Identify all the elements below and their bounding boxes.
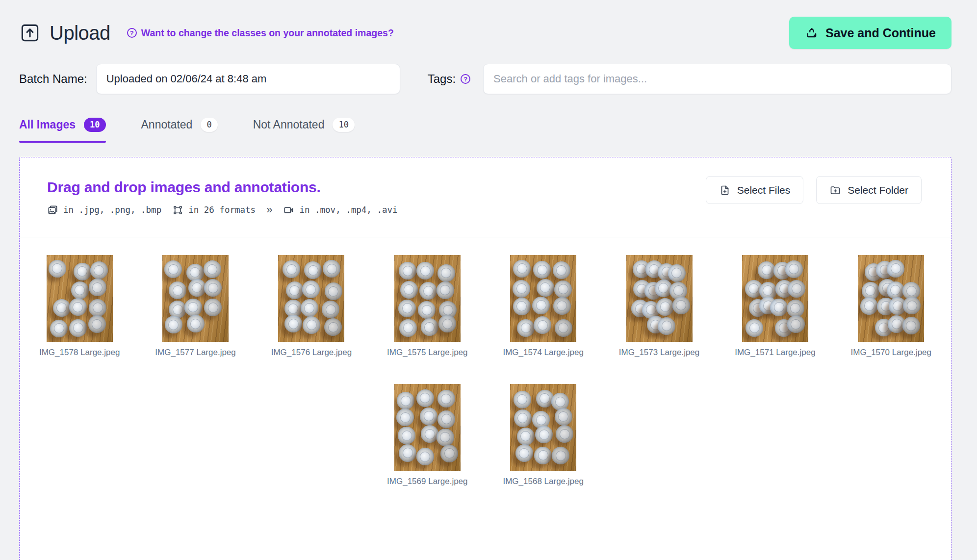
tab-annotated[interactable]: Annotated 0 (141, 118, 218, 142)
water-bottle (204, 299, 222, 316)
bottle-cap (192, 282, 202, 293)
image-thumbnail[interactable] (278, 255, 344, 342)
bottle-cap (864, 301, 874, 311)
water-bottle (71, 281, 89, 299)
bottle-cap (168, 320, 179, 330)
bottle-cap (404, 284, 414, 295)
bottle-cap (207, 264, 217, 275)
water-bottle (860, 297, 878, 315)
water-bottle (302, 280, 320, 298)
water-bottle (553, 261, 570, 279)
image-thumbnail[interactable] (742, 255, 808, 342)
bottle-cap (865, 285, 875, 296)
water-bottle (514, 409, 532, 427)
image-formats: in .jpg, .png, .bmp (47, 204, 161, 216)
batch-name-input[interactable] (96, 64, 400, 94)
image-thumbnail[interactable] (162, 255, 229, 342)
water-bottle (556, 425, 573, 443)
bottle-cap (304, 303, 314, 313)
water-bottle (188, 279, 206, 297)
bottle-cap (762, 265, 772, 275)
water-bottle (204, 260, 221, 278)
image-thumbnail[interactable] (510, 255, 576, 342)
image-thumbnail[interactable] (394, 384, 461, 471)
tags-input[interactable] (483, 64, 951, 94)
bottle-cap (208, 283, 218, 293)
water-bottle (513, 298, 531, 315)
bottle-cap (891, 263, 901, 274)
water-bottle (887, 260, 904, 278)
bottle-cap (790, 303, 800, 313)
chevrons-icon: » (266, 204, 272, 216)
bottle-cap (420, 393, 430, 403)
bottle-cap (328, 322, 338, 332)
water-bottle (164, 260, 182, 278)
water-bottle (534, 447, 552, 464)
bottle-cap (92, 319, 102, 330)
water-bottle (536, 390, 554, 407)
water-bottle (438, 315, 456, 332)
image-filename: IMG_1570 Large.jpeg (851, 348, 931, 357)
water-bottle (301, 299, 318, 317)
bottle-cap (208, 303, 218, 313)
bottle-cap (558, 284, 568, 294)
bottle-cap (517, 263, 527, 274)
bottle-cap (792, 283, 802, 294)
video-icon (283, 204, 294, 216)
bottle-cap (636, 264, 646, 274)
water-bottle (165, 316, 182, 333)
select-files-button[interactable]: Select Files (706, 176, 804, 204)
bottle-cap (402, 431, 412, 441)
bottle-cap (555, 397, 566, 407)
water-bottle (74, 263, 91, 280)
bottle-cap (73, 323, 83, 333)
water-bottle (437, 390, 455, 407)
water-bottle (517, 319, 535, 337)
tags-help-icon[interactable]: ? (461, 74, 470, 84)
bottle-cap (173, 305, 183, 315)
tab-not-annotated[interactable]: Not Annotated 10 (253, 118, 355, 142)
image-filter-tabs: All Images 10 Annotated 0 Not Annotated … (19, 118, 951, 142)
image-thumbnail[interactable] (394, 255, 461, 342)
dropzone[interactable]: Drag and drop images and annotations. in… (19, 157, 951, 560)
water-bottle (555, 319, 572, 337)
water-bottle (184, 299, 202, 316)
bottle-cap (400, 412, 411, 423)
bottle-cap (77, 266, 87, 277)
tab-all-images[interactable]: All Images 10 (19, 118, 106, 142)
water-bottle (787, 315, 805, 333)
bottle-cap (906, 286, 917, 296)
select-folder-button[interactable]: Select Folder (816, 176, 922, 204)
bottle-cap (673, 285, 684, 296)
bottle-cap (288, 304, 298, 314)
bottle-cap (536, 415, 546, 425)
save-and-continue-button[interactable]: Save and Continue (789, 17, 951, 49)
image-filename: IMG_1569 Large.jpeg (387, 477, 467, 486)
water-bottle (437, 281, 454, 299)
image-thumbnail[interactable] (47, 255, 113, 342)
water-bottle (398, 427, 415, 444)
image-thumbnail[interactable] (858, 255, 924, 342)
water-bottle (49, 260, 66, 278)
water-bottle (89, 299, 106, 317)
image-grid: IMG_1578 Large.jpegIMG_1577 Large.jpegIM… (20, 237, 951, 506)
water-bottle (303, 316, 320, 334)
bottle-cap (662, 321, 672, 331)
image-thumbnail[interactable] (510, 384, 576, 471)
bottle-cap (538, 320, 548, 331)
bottle-cap (286, 264, 297, 275)
image-thumbnail[interactable] (626, 255, 693, 342)
change-classes-link[interactable]: ? Want to change the classes on your ann… (127, 27, 394, 39)
page-header: Upload ? Want to change the classes on y… (0, 0, 977, 49)
water-bottle (322, 301, 339, 318)
bottle-cap (558, 411, 568, 422)
image-filename: IMG_1573 Large.jpeg (619, 348, 699, 357)
bottle-cap (444, 448, 455, 458)
water-bottle (514, 391, 531, 408)
bottle-cap (424, 411, 434, 421)
bottle-cap (403, 323, 413, 333)
bottle-cap (890, 285, 900, 295)
water-bottle (88, 315, 106, 333)
bottle-cap (56, 303, 67, 313)
bottle-cap (94, 265, 104, 276)
